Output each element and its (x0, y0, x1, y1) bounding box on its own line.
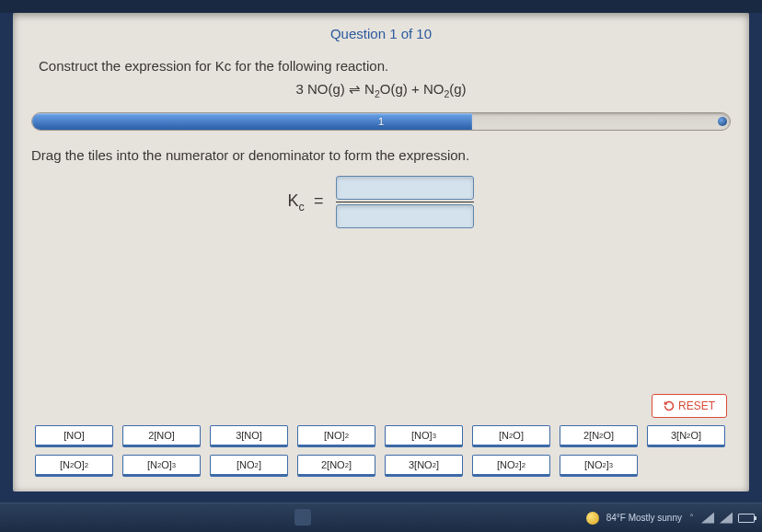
tile-row-1: [NO] 2[NO] 3[NO] [NO]2 [NO]3 [N2O] 2[N2O… (35, 425, 727, 447)
tile[interactable]: 2[NO2] (297, 455, 375, 477)
taskbar: 84°F Mostly sunny ˄ (0, 503, 762, 532)
denominator-dropzone[interactable] (336, 204, 474, 228)
numerator-dropzone[interactable] (336, 176, 474, 200)
reaction-equation: 3 NO(g) ⇌ N2O(g) + NO2(g) (13, 79, 749, 112)
tile[interactable]: 3[N2O] (647, 425, 725, 447)
taskbar-app-icon[interactable] (294, 509, 311, 526)
progress-bar[interactable]: 1 (31, 112, 731, 131)
tile[interactable]: [N2O] (472, 425, 550, 447)
kc-symbol: Kc = (288, 191, 324, 214)
tile[interactable]: [NO2] (210, 455, 288, 477)
instruction-text: Drag the tiles into the numerator or den… (13, 140, 749, 176)
chevron-up-icon[interactable]: ˄ (689, 513, 694, 523)
tile[interactable]: [NO]2 (297, 425, 375, 447)
speaker-icon[interactable] (720, 513, 733, 524)
reset-button[interactable]: RESET (652, 394, 727, 418)
tile[interactable]: 3[NO2] (385, 455, 463, 477)
tile[interactable]: 2[NO] (122, 425, 201, 447)
tile[interactable]: [NO2]2 (472, 455, 550, 477)
tile[interactable]: [N2O]2 (35, 455, 113, 477)
wifi-icon[interactable] (701, 513, 714, 524)
prompt-text: Construct the expression for Kc for the … (13, 58, 749, 79)
tile[interactable]: 3[NO] (210, 425, 288, 447)
tile[interactable]: 2[N2O] (560, 425, 638, 447)
tile-row-2: [N2O]2 [N2O]3 [NO2] 2[NO2] 3[NO2] [NO2]2… (35, 455, 727, 477)
tray-icons[interactable] (701, 513, 755, 524)
tile[interactable]: [NO2]3 (560, 455, 638, 477)
tiles-container: [NO] 2[NO] 3[NO] [NO]2 [NO]3 [N2O] 2[N2O… (13, 425, 749, 492)
battery-icon[interactable] (738, 514, 755, 523)
progress-handle-icon (718, 117, 727, 126)
question-counter: Question 1 of 10 (13, 13, 749, 58)
weather-icon (586, 512, 599, 525)
reset-icon (664, 400, 675, 411)
tile[interactable]: [N2O]3 (122, 455, 201, 477)
reset-label: RESET (678, 399, 715, 412)
tile[interactable]: [NO] (35, 425, 113, 447)
weather-text[interactable]: 84°F Mostly sunny (606, 513, 682, 523)
fraction-line (336, 202, 474, 202)
progress-label: 1 (378, 116, 384, 127)
tile[interactable]: [NO]3 (385, 425, 463, 447)
expression-fraction (336, 176, 474, 228)
